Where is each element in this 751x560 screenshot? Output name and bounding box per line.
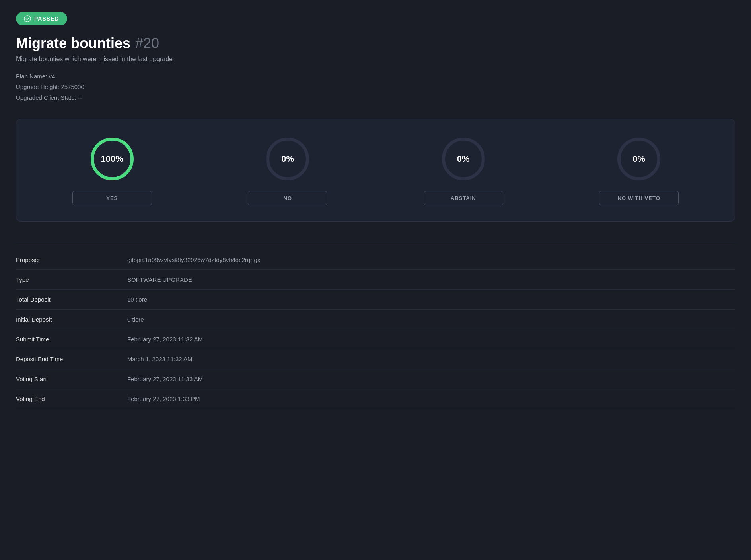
detail-value: 0 tlore [127,316,144,323]
detail-value: February 27, 2023 11:33 AM [127,376,203,382]
passed-label: PASSED [34,16,59,22]
proposal-title-row: Migrate bounties #20 [16,35,735,52]
svg-point-0 [24,16,31,22]
vote-button-no-with-veto[interactable]: NO WITH VETO [599,191,679,205]
detail-label: Submit Time [16,336,127,343]
detail-row: Submit Time February 27, 2023 11:32 AM [16,329,735,349]
detail-row: Voting End February 27, 2023 1:33 PM [16,389,735,409]
detail-row: Voting Start February 27, 2023 11:33 AM [16,369,735,389]
vote-circle-yes: 100% [88,135,136,183]
detail-label: Type [16,276,127,283]
proposal-number: #20 [135,35,159,52]
detail-label: Voting Start [16,376,127,382]
detail-value: gitopia1a99vzvfvsl8fy32926w7dzfdy8vh4dc2… [127,256,260,263]
plan-name-row: Plan Name: v4 [16,71,735,81]
proposal-description: Migrate bounties which were missed in th… [16,56,735,63]
detail-value: February 27, 2023 11:32 AM [127,336,203,343]
vote-percentage-no: 0% [281,154,294,164]
detail-value: February 27, 2023 1:33 PM [127,395,200,402]
vote-percentage-yes: 100% [101,154,123,164]
detail-label: Voting End [16,395,127,402]
vote-percentage-no-with-veto: 0% [632,154,645,164]
proposal-meta: Plan Name: v4 Upgrade Height: 2575000 Up… [16,71,735,103]
upgrade-height-row: Upgrade Height: 2575000 [16,81,735,92]
proposal-title: Migrate bounties [16,35,130,52]
detail-row: Deposit End Time March 1, 2023 11:32 AM [16,349,735,369]
detail-row: Initial Deposit 0 tlore [16,310,735,329]
vote-button-no[interactable]: NO [248,191,327,205]
passed-badge: PASSED [16,12,67,25]
upgraded-client-row: Upgraded Client State: -- [16,92,735,103]
detail-label: Total Deposit [16,296,127,303]
vote-circle-abstain: 0% [440,135,487,183]
upgrade-height-label: Upgrade Height: [16,83,59,90]
detail-label: Proposer [16,256,127,263]
vote-button-abstain[interactable]: ABSTAIN [424,191,503,205]
vote-percentage-abstain: 0% [457,154,470,164]
vote-button-yes[interactable]: YES [72,191,152,205]
vote-circle-no-with-veto: 0% [615,135,663,183]
detail-row: Proposer gitopia1a99vzvfvsl8fy32926w7dzf… [16,250,735,270]
plan-name-value: v4 [49,73,55,79]
vote-item-yes: 100% YES [28,135,196,205]
details-section: Proposer gitopia1a99vzvfvsl8fy32926w7dzf… [16,242,735,409]
detail-row: Type SOFTWARE UPGRADE [16,270,735,290]
upgraded-client-label: Upgraded Client State: [16,94,76,101]
detail-value: March 1, 2023 11:32 AM [127,356,192,362]
upgraded-client-value: -- [78,94,82,101]
detail-label: Deposit End Time [16,356,127,362]
vote-item-no-with-veto: 0% NO WITH VETO [555,135,723,205]
vote-item-no: 0% NO [204,135,372,205]
detail-value: SOFTWARE UPGRADE [127,276,192,283]
detail-value: 10 tlore [127,296,147,303]
vote-circle-no: 0% [264,135,311,183]
voting-grid: 100% YES 0% NO 0% ABSTAIN [28,135,723,205]
upgrade-height-value: 2575000 [61,83,84,90]
check-circle-icon [24,15,31,22]
vote-item-abstain: 0% ABSTAIN [379,135,547,205]
detail-label: Initial Deposit [16,316,127,323]
detail-row: Total Deposit 10 tlore [16,290,735,310]
plan-name-label: Plan Name: [16,73,47,79]
voting-panel: 100% YES 0% NO 0% ABSTAIN [16,119,735,222]
